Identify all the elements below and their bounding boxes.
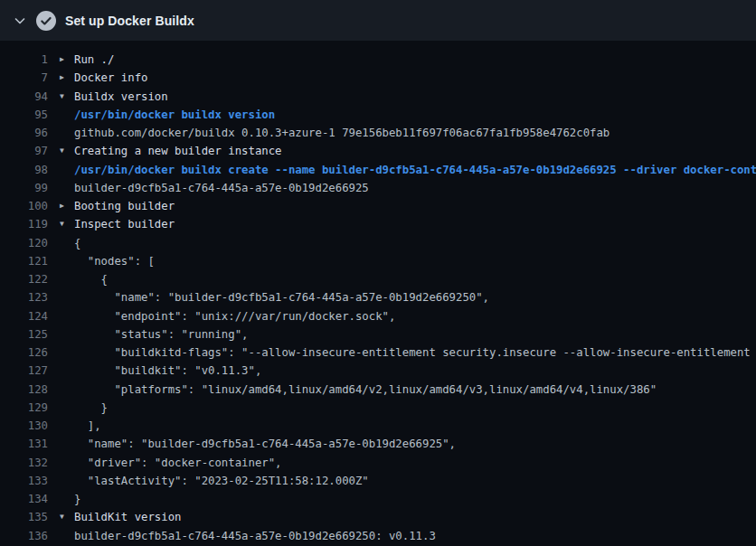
log-line: 99 builder-d9cfb5a1-c764-445a-a57e-0b19d… <box>0 179 756 197</box>
log-line: 98 /usr/bin/docker buildx create --name … <box>0 161 756 179</box>
chevron-down-icon[interactable] <box>13 14 27 28</box>
marker-spacer <box>60 234 74 252</box>
group-toggle-icon[interactable]: ▼ <box>60 215 74 233</box>
line-number[interactable]: 129 <box>0 399 48 417</box>
log-text: Run ./ <box>74 51 114 69</box>
step-header[interactable]: Set up Docker Buildx <box>0 0 756 41</box>
log-text: builder-d9cfb5a1-c764-445a-a57e-0b19d2e6… <box>74 527 436 545</box>
log-text: "name": "builder-d9cfb5a1-c764-445a-a57e… <box>74 435 456 453</box>
marker-spacer <box>60 307 74 325</box>
log-line[interactable]: 7 ▶ Docker info <box>0 69 756 87</box>
log-text: builder-d9cfb5a1-c764-445a-a57e-0b19d2e6… <box>74 179 369 197</box>
log-text: "buildkit": "v0.11.3", <box>74 362 261 380</box>
log-text: "endpoint": "unix:///var/run/docker.sock… <box>74 307 395 325</box>
log-text: Booting builder <box>74 197 175 215</box>
log-line: 129 } <box>0 399 756 417</box>
log-text: Inspect builder <box>74 215 175 233</box>
log-line: 122 { <box>0 270 756 288</box>
marker-spacer <box>60 362 74 380</box>
log-line[interactable]: 1 ▶ Run ./ <box>0 51 756 69</box>
log-line: 132 "driver": "docker-container", <box>0 454 756 472</box>
log-text: Creating a new builder instance <box>74 142 282 160</box>
log-line: 131 "name": "builder-d9cfb5a1-c764-445a-… <box>0 435 756 453</box>
marker-spacer <box>60 325 74 344</box>
line-number[interactable]: 119 <box>0 215 48 233</box>
marker-spacer <box>60 454 74 472</box>
log-line: 124 "endpoint": "unix:///var/run/docker.… <box>0 307 756 325</box>
marker-spacer <box>60 527 74 545</box>
marker-spacer <box>60 490 74 508</box>
log-line[interactable]: 135 ▼ BuildKit version <box>0 508 756 526</box>
line-number[interactable]: 132 <box>0 454 48 472</box>
line-number[interactable]: 123 <box>0 288 48 306</box>
line-number[interactable]: 127 <box>0 362 48 380</box>
log-text: Docker info <box>74 69 147 87</box>
marker-spacer <box>60 399 74 417</box>
marker-spacer <box>60 435 74 453</box>
line-number[interactable]: 120 <box>0 234 48 252</box>
log-text: "lastActivity": "2023-02-25T11:58:12.000… <box>74 472 369 490</box>
group-toggle-icon[interactable]: ▼ <box>60 142 74 160</box>
group-toggle-icon[interactable]: ▶ <box>60 69 74 87</box>
line-number[interactable]: 96 <box>0 124 48 142</box>
group-toggle-icon[interactable]: ▶ <box>60 197 74 215</box>
log-line: 130 ], <box>0 417 756 435</box>
log-line: 95 /usr/bin/docker buildx version <box>0 106 756 124</box>
line-number[interactable]: 130 <box>0 417 48 435</box>
log-line: 126 "buildkitd-flags": "--allow-insecure… <box>0 344 756 362</box>
marker-spacer <box>60 161 74 179</box>
line-number[interactable]: 125 <box>0 325 48 344</box>
marker-spacer <box>60 288 74 306</box>
line-number[interactable]: 133 <box>0 472 48 490</box>
group-toggle-icon[interactable]: ▼ <box>60 88 74 106</box>
line-number[interactable]: 134 <box>0 490 48 508</box>
step-title: Set up Docker Buildx <box>65 14 194 28</box>
log-text: "buildkitd-flags": "--allow-insecure-ent… <box>74 344 756 362</box>
log-text: "nodes": [ <box>74 252 155 270</box>
log-text: /usr/bin/docker buildx version <box>74 106 275 124</box>
line-number[interactable]: 122 <box>0 270 48 288</box>
log-line: 96 github.com/docker/buildx 0.10.3+azure… <box>0 124 756 142</box>
marker-spacer <box>60 417 74 435</box>
log-text: BuildKit version <box>74 508 181 526</box>
log-line[interactable]: 100 ▶ Booting builder <box>0 197 756 215</box>
line-number[interactable]: 124 <box>0 307 48 325</box>
line-number[interactable]: 135 <box>0 508 48 526</box>
log-line[interactable]: 97 ▼ Creating a new builder instance <box>0 142 756 160</box>
group-toggle-icon[interactable]: ▼ <box>60 508 74 526</box>
log-line[interactable]: 94 ▼ Buildx version <box>0 88 756 106</box>
line-number[interactable]: 131 <box>0 435 48 453</box>
line-number[interactable]: 98 <box>0 161 48 179</box>
group-toggle-icon[interactable]: ▶ <box>60 51 74 69</box>
log-line: 134 } <box>0 490 756 508</box>
log-text: Buildx version <box>74 88 168 106</box>
log-viewer: 1 ▶ Run ./ 7 ▶ Docker info 94 ▼ Buildx v… <box>0 41 756 545</box>
line-number[interactable]: 100 <box>0 197 48 215</box>
check-circle-icon <box>36 11 56 31</box>
log-line: 120 { <box>0 234 756 252</box>
log-line: 136 builder-d9cfb5a1-c764-445a-a57e-0b19… <box>0 527 756 545</box>
line-number[interactable]: 99 <box>0 179 48 197</box>
marker-spacer <box>60 124 74 142</box>
line-number[interactable]: 121 <box>0 252 48 270</box>
line-number[interactable]: 95 <box>0 106 48 124</box>
line-number[interactable]: 126 <box>0 344 48 362</box>
line-number[interactable]: 94 <box>0 88 48 106</box>
marker-spacer <box>60 106 74 124</box>
log-text: github.com/docker/buildx 0.10.3+azure-1 … <box>74 124 610 142</box>
line-number[interactable]: 7 <box>0 69 48 87</box>
line-number[interactable]: 1 <box>0 51 48 69</box>
line-number[interactable]: 136 <box>0 527 48 545</box>
log-text: "platforms": "linux/amd64,linux/amd64/v2… <box>74 381 657 399</box>
log-line: 121 "nodes": [ <box>0 252 756 270</box>
log-line: 125 "status": "running", <box>0 325 756 344</box>
log-line[interactable]: 119 ▼ Inspect builder <box>0 215 756 233</box>
log-line: 123 "name": "builder-d9cfb5a1-c764-445a-… <box>0 288 756 306</box>
log-line: 127 "buildkit": "v0.11.3", <box>0 362 756 380</box>
log-text: } <box>74 490 80 508</box>
line-number[interactable]: 97 <box>0 142 48 160</box>
line-number[interactable]: 128 <box>0 381 48 399</box>
log-text: /usr/bin/docker buildx create --name bui… <box>74 161 756 179</box>
marker-spacer <box>60 344 74 362</box>
marker-spacer <box>60 270 74 288</box>
